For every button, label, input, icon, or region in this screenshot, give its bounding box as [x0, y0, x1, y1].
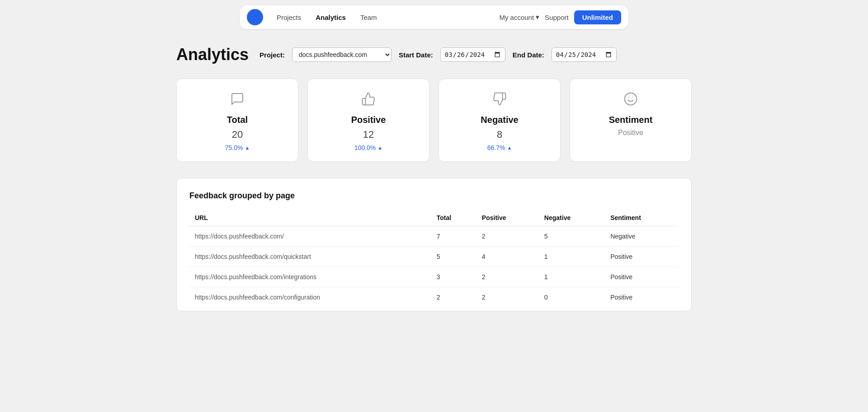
nav-wrapper: Projects Analytics Team My account ▾ Sup…: [0, 0, 868, 29]
cell-positive: 2: [476, 267, 539, 287]
filter-row: Project: docs.pushfeedback.com Start Dat…: [259, 47, 692, 62]
metric-card-total: Total 20 75.0% ▲: [176, 79, 298, 162]
metric-positive-change: 100.0% ▲: [354, 144, 382, 151]
col-header-url: URL: [189, 210, 431, 226]
my-account-menu[interactable]: My account ▾: [499, 13, 539, 21]
table-body: https://docs.pushfeedback.com/ 7 2 5 Neg…: [189, 226, 679, 308]
cell-positive: 2: [476, 226, 539, 247]
metric-card-sentiment: Sentiment Positive: [570, 79, 692, 162]
feedback-table: URL Total Positive Negative Sentiment ht…: [189, 210, 679, 307]
cell-sentiment: Positive: [605, 247, 679, 267]
smile-icon: [623, 92, 638, 109]
nav-link-team[interactable]: Team: [354, 11, 383, 24]
cell-negative: 1: [539, 267, 605, 287]
chevron-down-icon: ▾: [536, 13, 539, 21]
start-date-label: Start Date:: [399, 51, 433, 59]
thumbs-down-icon: [492, 92, 507, 109]
cell-positive: 4: [476, 247, 539, 267]
cell-sentiment: Negative: [605, 226, 679, 247]
chat-icon: [230, 92, 245, 109]
metric-negative-name: Negative: [481, 115, 518, 125]
metric-total-name: Total: [227, 115, 248, 125]
metric-total-change: 75.0% ▲: [225, 144, 250, 151]
cell-sentiment: Positive: [605, 287, 679, 308]
cell-total: 3: [431, 267, 476, 287]
cell-url: https://docs.pushfeedback.com/: [189, 226, 431, 247]
unlimited-button[interactable]: Unlimited: [574, 10, 621, 24]
cell-positive: 2: [476, 287, 539, 308]
start-date-input[interactable]: [440, 47, 505, 62]
metric-positive-value: 12: [363, 129, 374, 140]
cell-negative: 5: [539, 226, 605, 247]
col-header-sentiment: Sentiment: [605, 210, 679, 226]
cell-negative: 1: [539, 247, 605, 267]
metric-cards: Total 20 75.0% ▲ Positive 12 100.0% ▲: [176, 79, 692, 162]
page-header: Analytics Project: docs.pushfeedback.com…: [176, 45, 692, 64]
metric-card-negative: Negative 8 66.7% ▲: [439, 79, 561, 162]
arrow-up-icon: ▲: [245, 145, 250, 150]
svg-point-0: [625, 93, 637, 105]
cell-total: 7: [431, 226, 476, 247]
metric-positive-name: Positive: [351, 115, 386, 125]
app-logo: [247, 9, 263, 25]
my-account-label: My account: [499, 14, 534, 21]
table-row: https://docs.pushfeedback.com/ 7 2 5 Neg…: [189, 226, 679, 247]
cell-total: 2: [431, 287, 476, 308]
cell-url: https://docs.pushfeedback.com/quickstart: [189, 247, 431, 267]
metric-negative-value: 8: [497, 129, 502, 140]
col-header-positive: Positive: [476, 210, 539, 226]
table-row: https://docs.pushfeedback.com/quickstart…: [189, 247, 679, 267]
cell-sentiment: Positive: [605, 267, 679, 287]
project-select[interactable]: docs.pushfeedback.com: [292, 47, 392, 62]
metric-negative-change: 66.7% ▲: [487, 144, 512, 151]
nav-link-analytics[interactable]: Analytics: [309, 11, 352, 24]
metric-total-value: 20: [232, 129, 243, 140]
end-date-label: End Date:: [513, 51, 544, 59]
nav-right: My account ▾ Support Unlimited: [499, 10, 621, 24]
table-row: https://docs.pushfeedback.com/configurat…: [189, 287, 679, 308]
nav-bar: Projects Analytics Team My account ▾ Sup…: [240, 5, 628, 29]
project-filter-label: Project:: [259, 51, 285, 59]
arrow-up-icon: ▲: [377, 145, 382, 150]
page-title: Analytics: [176, 45, 249, 64]
feedback-table-card: Feedback grouped by page URL Total Posit…: [176, 178, 692, 311]
metric-card-positive: Positive 12 100.0% ▲: [307, 79, 429, 162]
end-date-input[interactable]: [552, 47, 617, 62]
cell-url: https://docs.pushfeedback.com/configurat…: [189, 287, 431, 308]
table-header-row: URL Total Positive Negative Sentiment: [189, 210, 679, 226]
cell-url: https://docs.pushfeedback.com/integratio…: [189, 267, 431, 287]
thumbs-up-icon: [361, 92, 376, 109]
cell-negative: 0: [539, 287, 605, 308]
col-header-total: Total: [431, 210, 476, 226]
metric-sentiment-value: Positive: [618, 129, 643, 137]
main-content: Analytics Project: docs.pushfeedback.com…: [167, 45, 701, 311]
table-title: Feedback grouped by page: [189, 191, 679, 201]
col-header-negative: Negative: [539, 210, 605, 226]
table-row: https://docs.pushfeedback.com/integratio…: [189, 267, 679, 287]
arrow-up-icon: ▲: [507, 145, 512, 150]
cell-total: 5: [431, 247, 476, 267]
nav-links: Projects Analytics Team: [270, 11, 495, 24]
metric-sentiment-name: Sentiment: [609, 115, 653, 125]
nav-link-projects[interactable]: Projects: [270, 11, 307, 24]
support-link[interactable]: Support: [545, 14, 569, 21]
